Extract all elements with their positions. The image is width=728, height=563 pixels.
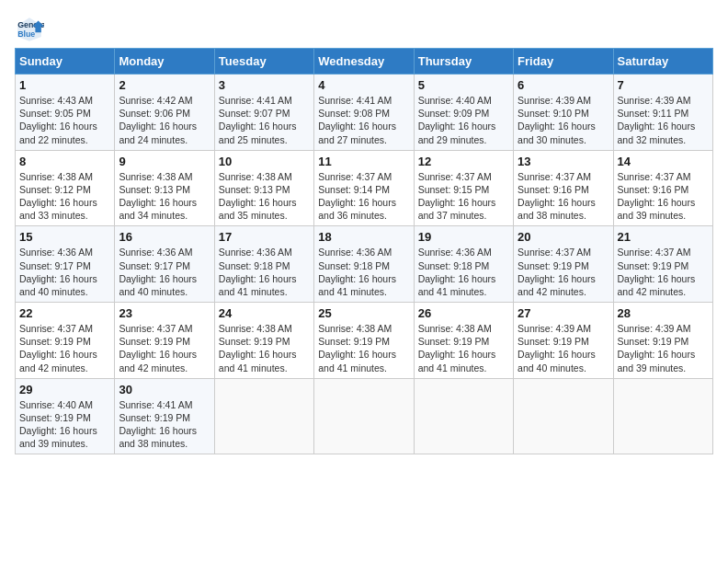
calendar-cell: 12 Sunrise: 4:37 AMSunset: 9:15 PMDaylig… [414,150,513,226]
day-info: Sunrise: 4:38 AMSunset: 9:19 PMDaylight:… [219,322,310,374]
day-number: 29 [19,383,110,396]
header: General Blue [15,15,713,44]
calendar-cell [514,378,613,454]
calendar-cell [414,378,513,454]
day-number: 1 [19,78,110,92]
day-info: Sunrise: 4:42 AMSunset: 9:06 PMDaylight:… [119,94,210,146]
calendar-cell: 20 Sunrise: 4:37 AMSunset: 9:19 PMDaylig… [514,226,613,303]
day-number: 30 [119,383,210,396]
day-number: 21 [618,230,709,244]
day-info: Sunrise: 4:36 AMSunset: 9:18 PMDaylight:… [318,246,409,298]
day-number: 20 [518,230,609,244]
calendar-week-3: 15 Sunrise: 4:36 AMSunset: 9:17 PMDaylig… [16,226,713,303]
calendar-cell: 6 Sunrise: 4:39 AMSunset: 9:10 PMDayligh… [514,75,613,151]
calendar-table: SundayMondayTuesdayWednesdayThursdayFrid… [15,48,713,454]
day-info: Sunrise: 4:37 AMSunset: 9:19 PMDaylight:… [618,246,709,298]
day-number: 18 [318,230,409,244]
calendar-cell: 15 Sunrise: 4:36 AMSunset: 9:17 PMDaylig… [16,226,115,303]
calendar-cell: 27 Sunrise: 4:39 AMSunset: 9:19 PMDaylig… [514,303,613,379]
day-info: Sunrise: 4:36 AMSunset: 9:17 PMDaylight:… [19,246,110,298]
calendar-cell: 1 Sunrise: 4:43 AMSunset: 9:05 PMDayligh… [16,75,115,151]
day-number: 11 [318,155,409,168]
day-header-saturday: Saturday [613,49,712,75]
day-info: Sunrise: 4:43 AMSunset: 9:05 PMDaylight:… [19,94,110,146]
calendar-cell: 3 Sunrise: 4:41 AMSunset: 9:07 PMDayligh… [214,75,313,151]
day-number: 5 [418,78,509,92]
day-info: Sunrise: 4:40 AMSunset: 9:19 PMDaylight:… [19,398,110,451]
calendar-cell: 2 Sunrise: 4:42 AMSunset: 9:06 PMDayligh… [115,75,214,151]
calendar-week-2: 8 Sunrise: 4:38 AMSunset: 9:12 PMDayligh… [16,150,713,226]
day-number: 16 [119,230,210,244]
calendar-week-4: 22 Sunrise: 4:37 AMSunset: 9:19 PMDaylig… [16,303,713,379]
calendar-cell: 11 Sunrise: 4:37 AMSunset: 9:14 PMDaylig… [314,150,414,226]
day-number: 28 [618,306,709,320]
day-info: Sunrise: 4:41 AMSunset: 9:08 PMDaylight:… [318,94,409,146]
day-header-wednesday: Wednesday [314,49,414,75]
day-info: Sunrise: 4:39 AMSunset: 9:10 PMDaylight:… [518,94,609,146]
day-header-thursday: Thursday [414,49,513,75]
calendar-cell: 16 Sunrise: 4:36 AMSunset: 9:17 PMDaylig… [115,226,214,303]
day-number: 2 [119,78,210,92]
day-header-sunday: Sunday [16,49,115,75]
day-number: 27 [518,306,609,320]
calendar-cell: 28 Sunrise: 4:39 AMSunset: 9:19 PMDaylig… [613,303,712,379]
calendar-cell: 5 Sunrise: 4:40 AMSunset: 9:09 PMDayligh… [414,75,513,151]
day-number: 12 [418,155,509,168]
day-info: Sunrise: 4:37 AMSunset: 9:16 PMDaylight:… [618,170,709,223]
calendar-cell: 9 Sunrise: 4:38 AMSunset: 9:13 PMDayligh… [115,150,214,226]
day-number: 19 [418,230,509,244]
day-header-monday: Monday [115,49,214,75]
calendar-cell [314,378,414,454]
day-number: 6 [518,78,609,92]
calendar-week-5: 29 Sunrise: 4:40 AMSunset: 9:19 PMDaylig… [16,378,713,454]
day-info: Sunrise: 4:39 AMSunset: 9:19 PMDaylight:… [518,322,609,374]
svg-text:Blue: Blue [17,29,35,39]
day-number: 7 [618,78,709,92]
day-number: 10 [219,155,310,168]
calendar-header-row: SundayMondayTuesdayWednesdayThursdayFrid… [16,49,713,75]
day-info: Sunrise: 4:37 AMSunset: 9:15 PMDaylight:… [418,170,509,223]
day-info: Sunrise: 4:39 AMSunset: 9:19 PMDaylight:… [618,322,709,374]
day-number: 23 [119,306,210,320]
day-info: Sunrise: 4:37 AMSunset: 9:19 PMDaylight:… [19,322,110,374]
calendar-cell: 22 Sunrise: 4:37 AMSunset: 9:19 PMDaylig… [16,303,115,379]
day-info: Sunrise: 4:40 AMSunset: 9:09 PMDaylight:… [418,94,509,146]
calendar-cell: 14 Sunrise: 4:37 AMSunset: 9:16 PMDaylig… [613,150,712,226]
calendar-cell: 10 Sunrise: 4:38 AMSunset: 9:13 PMDaylig… [214,150,313,226]
calendar-cell: 30 Sunrise: 4:41 AMSunset: 9:19 PMDaylig… [115,378,214,454]
day-info: Sunrise: 4:38 AMSunset: 9:13 PMDaylight:… [219,170,310,223]
day-info: Sunrise: 4:36 AMSunset: 9:17 PMDaylight:… [119,246,210,298]
day-info: Sunrise: 4:38 AMSunset: 9:12 PMDaylight:… [19,170,110,223]
day-info: Sunrise: 4:37 AMSunset: 9:14 PMDaylight:… [318,170,409,223]
calendar-cell: 23 Sunrise: 4:37 AMSunset: 9:19 PMDaylig… [115,303,214,379]
day-info: Sunrise: 4:41 AMSunset: 9:07 PMDaylight:… [219,94,310,146]
day-info: Sunrise: 4:36 AMSunset: 9:18 PMDaylight:… [418,246,509,298]
day-number: 3 [219,78,310,92]
day-number: 8 [19,155,110,168]
day-number: 24 [219,306,310,320]
day-info: Sunrise: 4:38 AMSunset: 9:19 PMDaylight:… [418,322,509,374]
calendar-cell: 29 Sunrise: 4:40 AMSunset: 9:19 PMDaylig… [16,378,115,454]
calendar-cell [613,378,712,454]
logo-icon: General Blue [15,15,44,44]
day-info: Sunrise: 4:37 AMSunset: 9:19 PMDaylight:… [518,246,609,298]
calendar-cell: 21 Sunrise: 4:37 AMSunset: 9:19 PMDaylig… [613,226,712,303]
day-number: 9 [119,155,210,168]
day-number: 22 [19,306,110,320]
day-number: 15 [19,230,110,244]
calendar-cell: 24 Sunrise: 4:38 AMSunset: 9:19 PMDaylig… [214,303,313,379]
day-number: 25 [318,306,409,320]
calendar-cell: 25 Sunrise: 4:38 AMSunset: 9:19 PMDaylig… [314,303,414,379]
day-header-friday: Friday [514,49,613,75]
day-info: Sunrise: 4:41 AMSunset: 9:19 PMDaylight:… [119,398,210,451]
day-number: 17 [219,230,310,244]
day-number: 13 [518,155,609,168]
day-info: Sunrise: 4:37 AMSunset: 9:16 PMDaylight:… [518,170,609,223]
calendar-cell: 18 Sunrise: 4:36 AMSunset: 9:18 PMDaylig… [314,226,414,303]
calendar-cell: 19 Sunrise: 4:36 AMSunset: 9:18 PMDaylig… [414,226,513,303]
day-info: Sunrise: 4:39 AMSunset: 9:11 PMDaylight:… [618,94,709,146]
day-info: Sunrise: 4:38 AMSunset: 9:19 PMDaylight:… [318,322,409,374]
day-info: Sunrise: 4:36 AMSunset: 9:18 PMDaylight:… [219,246,310,298]
day-number: 14 [618,155,709,168]
day-info: Sunrise: 4:38 AMSunset: 9:13 PMDaylight:… [119,170,210,223]
